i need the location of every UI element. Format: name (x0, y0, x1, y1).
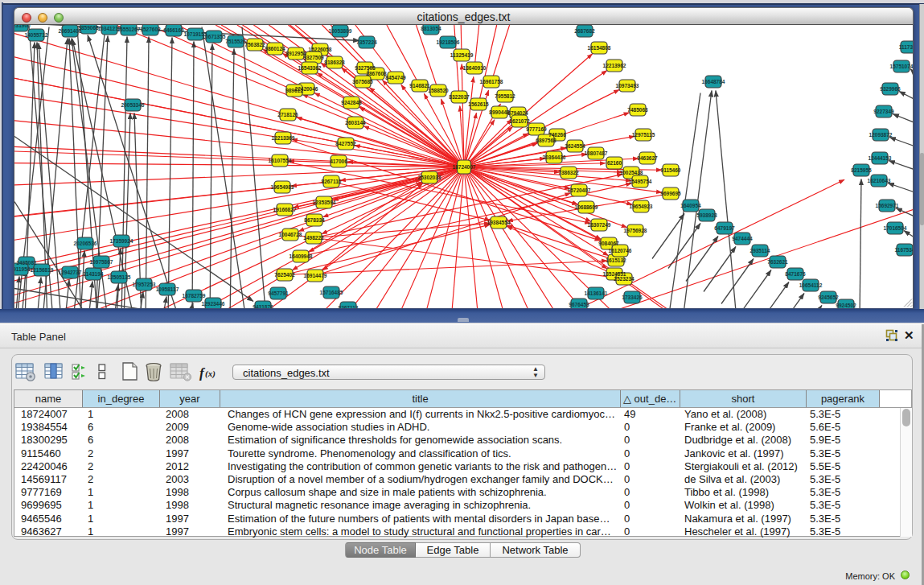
svg-text:3624554: 3624554 (565, 143, 585, 149)
svg-text:16914479: 16914479 (304, 273, 327, 278)
svg-text:6794024: 6794024 (507, 110, 528, 116)
svg-text:10975867: 10975867 (90, 259, 113, 265)
svg-text:2718126: 2718126 (277, 112, 298, 117)
svg-text:10688609: 10688609 (575, 204, 598, 210)
svg-text:7955812: 7955812 (495, 93, 515, 99)
svg-text:19654983: 19654983 (271, 184, 294, 190)
svg-text:2603144: 2603144 (345, 120, 366, 126)
svg-text:12156819: 12156819 (31, 267, 54, 273)
svg-text:18307249: 18307249 (588, 222, 611, 228)
svg-text:2867608: 2867608 (366, 71, 387, 76)
svg-text:9777169: 9777169 (526, 126, 547, 132)
svg-text:16782759: 16782759 (183, 293, 206, 299)
svg-text:1640954: 1640954 (680, 203, 701, 208)
svg-text:14136141: 14136141 (585, 290, 608, 296)
svg-text:2687682: 2687682 (574, 28, 595, 34)
svg-text:10046728: 10046728 (279, 232, 302, 237)
svg-text:16551267: 16551267 (117, 27, 141, 32)
svg-text:8267110: 8267110 (322, 179, 342, 184)
svg-text:20206536: 20206536 (74, 241, 97, 246)
svg-text:1733426: 1733426 (622, 295, 643, 300)
svg-text:20364436: 20364436 (543, 154, 566, 160)
svg-text:9859068: 9859068 (78, 25, 99, 31)
svg-text:62160: 62160 (607, 160, 622, 166)
svg-text:7625402: 7625402 (274, 272, 295, 278)
svg-text:9115460: 9115460 (661, 167, 681, 173)
svg-text:15226058: 15226058 (309, 47, 332, 52)
svg-text:16543362: 16543362 (298, 65, 322, 71)
svg-text:1498222: 1498222 (303, 235, 324, 241)
svg-text:9242848: 9242848 (341, 100, 362, 105)
svg-text:16409948: 16409948 (290, 253, 313, 259)
svg-text:12444153: 12444153 (869, 155, 892, 161)
svg-text:16210643: 16210643 (868, 178, 891, 183)
svg-text:1527602: 1527602 (140, 27, 161, 32)
svg-text:15720407: 15720407 (568, 187, 591, 193)
svg-text:9327508: 9327508 (355, 65, 376, 71)
svg-text:1588520: 1588520 (428, 88, 449, 93)
svg-text:16107554: 16107554 (269, 158, 292, 163)
svg-text:16154808: 16154808 (588, 45, 611, 51)
svg-text:12923446: 12923446 (202, 301, 225, 307)
svg-text:9699695: 9699695 (660, 191, 681, 196)
svg-text:8813054: 8813054 (421, 26, 441, 31)
svg-text:9676453: 9676453 (569, 302, 589, 307)
svg-text:9457791: 9457791 (268, 290, 289, 296)
svg-text:3911954: 3911954 (14, 266, 31, 272)
svg-text:15716485: 15716485 (320, 290, 343, 295)
svg-text:12975115: 12975115 (632, 132, 655, 138)
svg-text:417006: 417006 (330, 159, 347, 164)
svg-text:17016504: 17016504 (884, 225, 907, 231)
svg-text:9924502: 9924502 (836, 303, 856, 308)
svg-text:12213962: 12213962 (603, 63, 626, 68)
svg-text:15495754: 15495754 (629, 179, 652, 184)
svg-text:20053346: 20053346 (121, 102, 145, 108)
svg-text:8678334: 8678334 (304, 217, 325, 223)
svg-text:7515526: 7515526 (225, 39, 246, 44)
svg-text:1117392: 1117392 (899, 44, 914, 50)
svg-text:10807487: 10807487 (585, 150, 608, 156)
svg-text:7386322: 7386322 (558, 170, 579, 175)
svg-text:9329966: 9329966 (880, 86, 901, 92)
svg-text:18724007: 18724007 (453, 164, 476, 170)
svg-text:9227349: 9227349 (873, 109, 894, 114)
svg-text:1615132: 1615132 (606, 257, 626, 263)
svg-text:15751074: 15751074 (890, 64, 914, 69)
svg-text:19654923: 19654923 (630, 204, 653, 209)
svg-text:17359924: 17359924 (110, 238, 133, 244)
svg-text:16120746: 16120746 (609, 248, 632, 253)
svg-text:9860124: 9860124 (265, 46, 285, 51)
svg-text:9231906: 9231906 (14, 25, 31, 28)
svg-text:6466160: 6466160 (163, 27, 184, 33)
svg-text:10973493: 10973493 (616, 83, 639, 89)
svg-text:19756928: 19756928 (624, 228, 647, 233)
svg-text:6897568: 6897568 (536, 138, 556, 143)
svg-text:6479197: 6479197 (714, 225, 735, 231)
svg-text:7485063: 7485063 (627, 107, 648, 113)
svg-text:8322037: 8322037 (449, 94, 470, 100)
svg-text:9474444: 9474444 (732, 236, 753, 241)
svg-text:16648784: 16648784 (702, 79, 725, 84)
svg-text:8427552: 8427552 (335, 141, 356, 146)
svg-text:7632621: 7632621 (767, 259, 788, 265)
svg-text:989612: 989612 (285, 88, 303, 93)
svg-text:19218506: 19218506 (437, 39, 460, 45)
svg-text:9463627: 9463627 (637, 155, 658, 161)
svg-text:5938928: 5938928 (696, 212, 717, 218)
svg-text:10958117: 10958117 (156, 286, 179, 292)
svg-text:7563822: 7563822 (244, 42, 265, 47)
svg-text:17957253: 17957253 (133, 282, 156, 287)
svg-text:7357224: 7357224 (356, 39, 377, 45)
svg-text:12353594: 12353594 (313, 200, 336, 205)
svg-text:9084067: 9084067 (598, 241, 619, 246)
svg-text:9327509: 9327509 (303, 55, 324, 60)
svg-text:8471676: 8471676 (785, 271, 806, 277)
svg-text:1621072: 1621072 (509, 118, 530, 124)
svg-text:12213369: 12213369 (272, 135, 295, 141)
svg-text:1562615: 1562615 (468, 101, 489, 107)
svg-text:3675685: 3675685 (352, 79, 373, 84)
svg-text:10654112: 10654112 (799, 282, 823, 288)
svg-text:2935114: 2935114 (750, 248, 770, 253)
svg-text:19166827: 19166827 (273, 207, 297, 212)
svg-text:8990448: 8990448 (489, 109, 510, 115)
